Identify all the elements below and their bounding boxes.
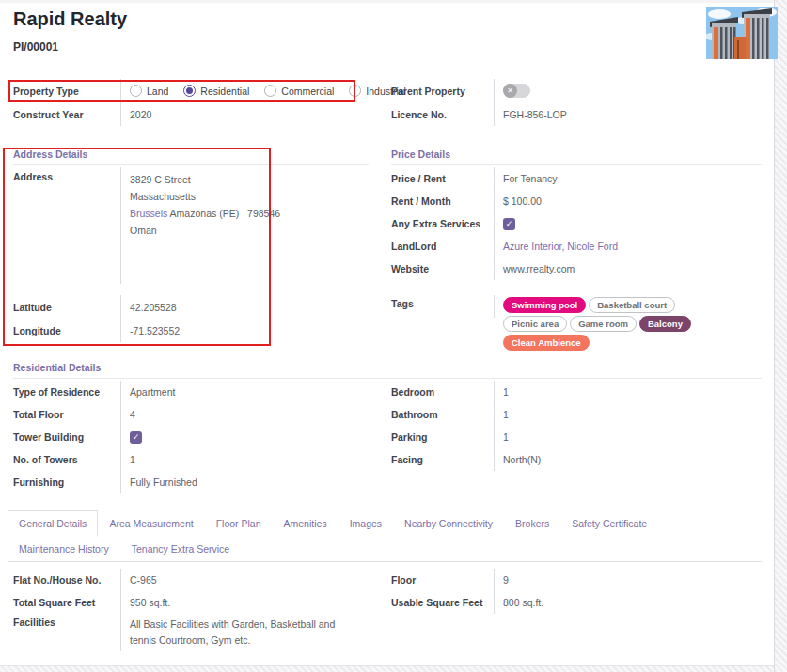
tab-maintenance-history[interactable]: Maintenance History	[8, 536, 120, 561]
radio-icon[interactable]	[130, 85, 142, 97]
address-zip[interactable]: 798546	[247, 208, 280, 219]
top-right-fields: Parent Property Licence No. FGH-856-LOP	[391, 79, 762, 126]
floor-value[interactable]: 9	[494, 569, 762, 591]
parking-value[interactable]: 1	[494, 426, 762, 448]
type-of-residence-label: Type of Residence	[13, 381, 120, 403]
total-floor-value[interactable]: 4	[120, 403, 357, 426]
field-type-of-residence: Type of Residence Apartment	[13, 381, 357, 403]
tab-nearby-connectivity[interactable]: Nearby Connectivity	[393, 510, 504, 536]
tag-pill[interactable]: Clean Ambience	[503, 335, 590, 351]
construct-year-value[interactable]: 2020	[120, 102, 357, 126]
landlord-link[interactable]: Azure Interior, Nicole Ford	[503, 241, 618, 252]
radio-icon[interactable]	[264, 85, 276, 97]
radio-option-land[interactable]: Land	[130, 85, 168, 97]
no-of-towers-value[interactable]: 1	[120, 448, 357, 471]
tab-area-measurement[interactable]: Area Measurement	[98, 510, 204, 536]
radio-option-commercial[interactable]: Commercial	[264, 85, 334, 97]
field-parking: Parking 1	[391, 426, 762, 448]
parent-property-toggle[interactable]	[503, 84, 530, 98]
tab-amenities[interactable]: Amenities	[273, 510, 338, 536]
tags-value: Swimming pool Basketball court Picnic ar…	[494, 295, 762, 318]
field-licence-no: Licence No. FGH-856-LOP	[391, 102, 762, 126]
bathroom-value[interactable]: 1	[494, 403, 762, 426]
tag-pill[interactable]: Swimming pool	[503, 297, 586, 313]
bedroom-value[interactable]: 1	[494, 381, 762, 403]
address-details-title: Address Details	[13, 148, 369, 165]
address-city-link[interactable]: Brussels	[130, 208, 167, 219]
longitude-value[interactable]: -71.523552	[120, 319, 369, 342]
facilities-value[interactable]: All Basic Facilities with Garden, Basket…	[120, 614, 357, 651]
tag-pill[interactable]: Game room	[570, 316, 637, 332]
radio-label: Land	[147, 86, 168, 97]
tag-pill[interactable]: Picnic area	[503, 316, 567, 332]
facing-value[interactable]: North(N)	[494, 448, 762, 471]
tab-tenancy-extra-service[interactable]: Tenancy Extra Service	[120, 536, 241, 561]
address-state[interactable]: Amazonas (PE)	[170, 208, 240, 219]
radio-option-residential[interactable]: Residential	[183, 85, 249, 97]
landlord-value: Azure Interior, Nicole Ford	[494, 235, 762, 258]
address-street2[interactable]: Massachusetts	[130, 188, 369, 205]
no-of-towers-label: No. of Towers	[13, 448, 120, 471]
tab-safety-certificate[interactable]: Safety Certificate	[560, 510, 658, 536]
bedroom-label: Bedroom	[391, 381, 494, 403]
page-right-strip[interactable]	[774, 0, 787, 672]
radio-icon[interactable]	[183, 85, 196, 97]
parking-label: Parking	[391, 426, 494, 448]
price-details-title: Price Details	[391, 148, 762, 165]
field-flat-no: Flat No./House No. C-965	[13, 569, 357, 591]
field-parent-property: Parent Property	[391, 79, 762, 102]
radio-icon[interactable]	[349, 85, 361, 97]
record-reference: PI/00001	[13, 40, 58, 54]
tab-brokers[interactable]: Brokers	[504, 510, 560, 536]
residential-left-column: Type of Residence Apartment Total Floor …	[13, 381, 357, 493]
extra-services-checkbox[interactable]	[503, 218, 515, 230]
total-square-feet-label: Total Square Feet	[13, 591, 120, 614]
tab-images[interactable]: Images	[338, 510, 393, 536]
field-no-of-towers: No. of Towers 1	[13, 448, 357, 471]
field-latitude: Latitude 42.205528	[13, 295, 369, 319]
field-website: Website www.rrealty.com	[391, 258, 762, 280]
tab-floor-plan[interactable]: Floor Plan	[205, 510, 273, 536]
flat-no-label: Flat No./House No.	[13, 569, 120, 591]
address-details-section: Address Details Address 3829 C Street Ma…	[13, 148, 369, 342]
address-city-state-zip: Brussels Amazonas (PE) 798546	[130, 205, 369, 222]
field-usable-square-feet: Usable Square Feet 800 sq.ft.	[391, 591, 762, 614]
field-total-square-feet: Total Square Feet 950 sq.ft.	[13, 591, 357, 614]
field-address: Address 3829 C Street Massachusetts Brus…	[13, 167, 369, 284]
address-country[interactable]: Oman	[130, 222, 369, 239]
field-tower-building: Tower Building	[13, 426, 357, 448]
latitude-value[interactable]: 42.205528	[120, 295, 369, 319]
property-type-radiogroup: Land Residential Commercial Industrial	[120, 79, 421, 102]
longitude-label: Longitude	[13, 319, 120, 342]
field-tags: Tags Swimming pool Basketball court Picn…	[391, 295, 762, 318]
page-bottom-strip	[0, 665, 774, 672]
flat-no-value[interactable]: C-965	[120, 569, 357, 591]
furnishing-value[interactable]: Fully Furnished	[120, 471, 357, 493]
clear-icon[interactable]	[503, 84, 517, 98]
residential-right-column: Bedroom 1 Bathroom 1 Parking 1 Facing No…	[391, 381, 762, 493]
tag-pill[interactable]: Basketball court	[589, 297, 675, 313]
extra-services-label: Any Extra Services	[391, 212, 494, 235]
general-details-tab-pane: Flat No./House No. C-965 Total Square Fe…	[13, 569, 762, 651]
tag-pill[interactable]: Balcony	[639, 316, 691, 332]
field-facilities: Facilities All Basic Facilities with Gar…	[13, 614, 357, 651]
usable-square-feet-value[interactable]: 800 sq.ft.	[494, 591, 762, 614]
address-street[interactable]: 3829 C Street	[130, 171, 369, 188]
website-value[interactable]: www.rrealty.com	[494, 258, 762, 280]
rent-month-label: Rent / Month	[391, 190, 494, 212]
tower-building-checkbox[interactable]	[130, 431, 142, 444]
floor-label: Floor	[391, 569, 494, 591]
price-rent-value[interactable]: For Tenancy	[494, 167, 762, 190]
residential-details-section: Residential Details Type of Residence Ap…	[13, 362, 762, 493]
price-rent-label: Price / Rent	[391, 167, 494, 190]
type-of-residence-value[interactable]: Apartment	[120, 381, 357, 403]
address-value[interactable]: 3829 C Street Massachusetts Brussels Ama…	[120, 167, 369, 284]
property-type-label: Property Type	[13, 79, 120, 102]
total-square-feet-value[interactable]: 950 sq.ft.	[120, 591, 357, 614]
licence-no-value[interactable]: FGH-856-LOP	[494, 102, 762, 126]
property-photo[interactable]	[706, 7, 778, 59]
price-details-section: Price Details Price / Rent For Tenancy R…	[391, 148, 762, 318]
field-total-floor: Total Floor 4	[13, 403, 357, 426]
tab-general-details[interactable]: General Details	[8, 510, 98, 537]
rent-month-value[interactable]: $ 100.00	[494, 190, 762, 212]
